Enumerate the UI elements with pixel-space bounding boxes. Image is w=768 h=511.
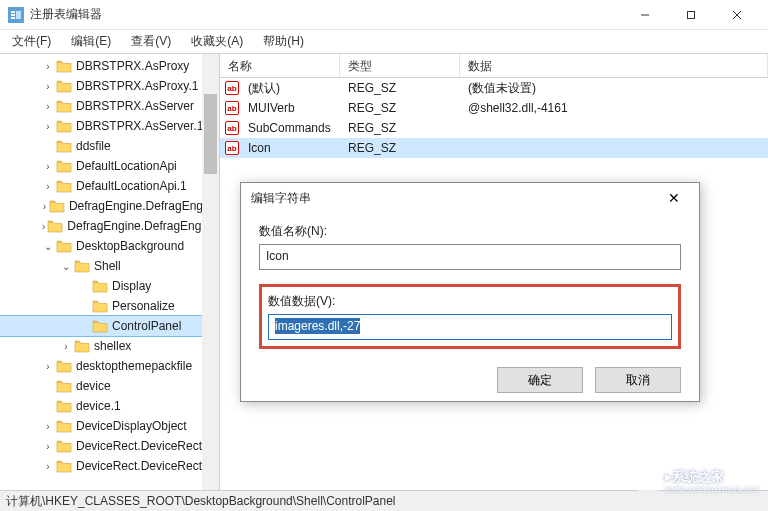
edit-string-dialog: 编辑字符串 ✕ 数值名称(N): Icon 数值数据(V): imageres.… <box>240 182 700 402</box>
col-header-type[interactable]: 类型 <box>340 54 460 77</box>
cell-type: REG_SZ <box>344 121 464 135</box>
tree-item-label: DefaultLocationApi.1 <box>76 179 187 193</box>
folder-icon <box>49 199 65 213</box>
cancel-button[interactable]: 取消 <box>595 367 681 393</box>
expand-icon[interactable]: › <box>42 441 54 452</box>
expand-icon[interactable]: › <box>42 461 54 472</box>
value-data-selection: imageres.dll,-27 <box>275 318 360 334</box>
tree-item[interactable]: ⌄DesktopBackground <box>0 236 219 256</box>
value-data-group: 数值数据(V): imageres.dll,-27 <box>259 284 681 349</box>
tree-item-label: DBRSTPRX.AsServer <box>76 99 194 113</box>
tree-item[interactable]: ›DefragEngine.DefragEngine <box>0 196 219 216</box>
folder-icon <box>56 459 72 473</box>
tree-item-label: shellex <box>94 339 131 353</box>
folder-icon <box>56 79 72 93</box>
cell-data: (数值未设置) <box>464 80 768 97</box>
tree-item[interactable]: ›DeviceDisplayObject <box>0 416 219 436</box>
expand-icon[interactable]: › <box>42 101 54 112</box>
folder-icon <box>56 379 72 393</box>
tree-item[interactable]: ⌄Shell <box>0 256 219 276</box>
list-row[interactable]: ab(默认)REG_SZ(数值未设置) <box>220 78 768 98</box>
menu-favorites[interactable]: 收藏夹(A) <box>183 31 251 52</box>
tree-item[interactable]: ›desktopthemepackfile <box>0 356 219 376</box>
expand-icon[interactable]: › <box>42 221 45 232</box>
tree-item[interactable]: ›DefaultLocationApi.1 <box>0 176 219 196</box>
tree-item[interactable]: ControlPanel <box>0 316 219 336</box>
tree-item-label: DBRSTPRX.AsProxy.1 <box>76 79 198 93</box>
tree-item-label: device.1 <box>76 399 121 413</box>
menu-help[interactable]: 帮助(H) <box>255 31 312 52</box>
expand-icon[interactable]: › <box>42 81 54 92</box>
value-name-field[interactable]: Icon <box>259 244 681 270</box>
folder-icon <box>56 239 72 253</box>
expand-icon[interactable]: › <box>42 181 54 192</box>
list-row[interactable]: abSubCommandsREG_SZ <box>220 118 768 138</box>
tree-item[interactable]: ›DeviceRect.DeviceRect <box>0 436 219 456</box>
folder-icon <box>56 179 72 193</box>
tree-item-label: DefragEngine.DefragEngine <box>69 199 219 213</box>
tree-item-label: DeviceRect.DeviceRect <box>76 439 202 453</box>
dialog-title: 编辑字符串 <box>251 190 659 207</box>
folder-icon <box>56 439 72 453</box>
value-data-field[interactable]: imageres.dll,-27 <box>268 314 672 340</box>
tree-pane: ›DBRSTPRX.AsProxy›DBRSTPRX.AsProxy.1›DBR… <box>0 54 220 490</box>
cell-type: REG_SZ <box>344 101 464 115</box>
svg-rect-6 <box>688 11 695 18</box>
folder-icon <box>74 339 90 353</box>
cell-name: MUIVerb <box>244 101 344 115</box>
expand-icon[interactable]: › <box>42 201 47 212</box>
tree-item[interactable]: ›DefaultLocationApi <box>0 156 219 176</box>
menubar: 文件(F) 编辑(E) 查看(V) 收藏夹(A) 帮助(H) <box>0 30 768 54</box>
expand-icon[interactable]: › <box>42 361 54 372</box>
collapse-icon[interactable]: ⌄ <box>42 241 54 252</box>
folder-icon <box>56 139 72 153</box>
folder-icon <box>56 59 72 73</box>
tree-item[interactable]: ›DBRSTPRX.AsProxy.1 <box>0 76 219 96</box>
close-button[interactable] <box>714 0 760 30</box>
tree-item[interactable]: device.1 <box>0 396 219 416</box>
tree-item-label: DefragEngine.DefragEngine.1 <box>67 219 220 233</box>
tree-item[interactable]: Display <box>0 276 219 296</box>
tree-item[interactable]: ›DBRSTPRX.AsServer.1 <box>0 116 219 136</box>
list-header: 名称 类型 数据 <box>220 54 768 78</box>
col-header-name[interactable]: 名称 <box>220 54 340 77</box>
tree-item[interactable]: ›shellex <box>0 336 219 356</box>
list-row[interactable]: abMUIVerbREG_SZ@shell32.dll,-4161 <box>220 98 768 118</box>
col-header-data[interactable]: 数据 <box>460 54 768 77</box>
tree-scrollbar[interactable] <box>202 54 219 490</box>
folder-icon <box>92 319 108 333</box>
string-value-icon: ab <box>224 120 240 136</box>
menu-edit[interactable]: 编辑(E) <box>63 31 119 52</box>
dialog-close-button[interactable]: ✕ <box>659 190 689 206</box>
list-row[interactable]: abIconREG_SZ <box>220 138 768 158</box>
expand-icon[interactable]: › <box>42 61 54 72</box>
menu-view[interactable]: 查看(V) <box>123 31 179 52</box>
minimize-button[interactable] <box>622 0 668 30</box>
window-title: 注册表编辑器 <box>30 6 622 23</box>
tree-item-label: DBRSTPRX.AsProxy <box>76 59 189 73</box>
tree-item[interactable]: ›DeviceRect.DeviceRect.1 <box>0 456 219 476</box>
tree-item[interactable]: ›DefragEngine.DefragEngine.1 <box>0 216 219 236</box>
statusbar-path: 计算机\HKEY_CLASSES_ROOT\DesktopBackground\… <box>6 493 396 510</box>
tree-item[interactable]: ›DBRSTPRX.AsProxy <box>0 56 219 76</box>
svg-rect-2 <box>11 14 15 16</box>
ok-button[interactable]: 确定 <box>497 367 583 393</box>
statusbar: 计算机\HKEY_CLASSES_ROOT\DesktopBackground\… <box>0 490 768 511</box>
tree-item-label: DeviceDisplayObject <box>76 419 187 433</box>
tree-item[interactable]: device <box>0 376 219 396</box>
tree-item[interactable]: Personalize <box>0 296 219 316</box>
expand-icon[interactable]: › <box>42 161 54 172</box>
collapse-icon[interactable]: ⌄ <box>60 261 72 272</box>
maximize-button[interactable] <box>668 0 714 30</box>
folder-icon <box>56 419 72 433</box>
tree-item[interactable]: ›DBRSTPRX.AsServer <box>0 96 219 116</box>
tree-item[interactable]: ddsfile <box>0 136 219 156</box>
menu-file[interactable]: 文件(F) <box>4 31 59 52</box>
value-data-label: 数值数据(V): <box>268 293 672 310</box>
window-titlebar: 注册表编辑器 <box>0 0 768 30</box>
expand-icon[interactable]: › <box>60 341 72 352</box>
expand-icon[interactable]: › <box>42 121 54 132</box>
expand-icon[interactable]: › <box>42 421 54 432</box>
folder-icon <box>92 299 108 313</box>
svg-rect-3 <box>11 17 15 19</box>
